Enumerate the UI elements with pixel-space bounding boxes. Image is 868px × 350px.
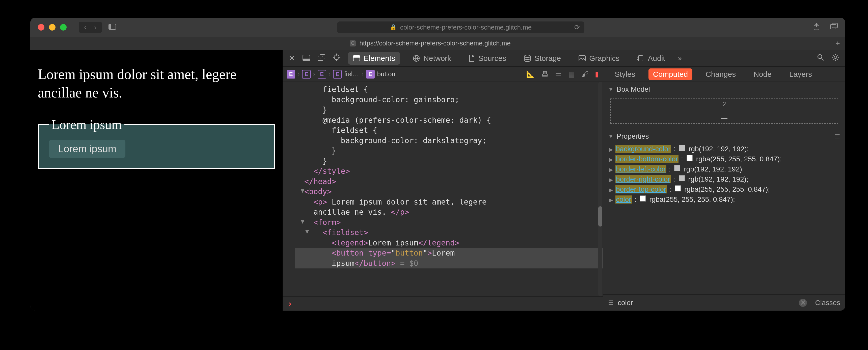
element-badge[interactable]: E — [333, 70, 342, 79]
styles-sidebar: Styles Computed Changes Node Layers ▼ Bo… — [603, 67, 845, 311]
url-host: color-scheme-prefers-color-scheme.glitch… — [400, 24, 532, 31]
tab-audit[interactable]: Audit — [632, 52, 670, 65]
svg-rect-1 — [109, 24, 111, 30]
devtools: ✕ Elements Network — [283, 50, 845, 311]
tab-sources[interactable]: Sources — [464, 52, 511, 65]
dock-bottom-icon[interactable] — [303, 54, 310, 63]
filter-input[interactable] — [618, 299, 795, 307]
color-swatch[interactable] — [675, 185, 681, 192]
browser-tab[interactable]: C https://color-scheme-prefers-color-sch… — [30, 37, 830, 50]
disclosure-triangle-icon: ▶ — [609, 187, 613, 193]
color-swatch[interactable] — [640, 196, 646, 202]
property-name: border-bottom-color — [615, 155, 679, 163]
browser-window: ‹ › 🔒 color-scheme-prefers-color-scheme.… — [30, 18, 845, 311]
ruler-icon[interactable]: 📐 — [526, 70, 535, 78]
filter-menu-icon[interactable]: ☰ — [835, 133, 840, 140]
svg-rect-6 — [303, 59, 310, 61]
target-icon[interactable] — [333, 54, 340, 63]
tab-graphics[interactable]: Graphics — [574, 52, 624, 65]
overflow-icon[interactable]: » — [678, 54, 682, 63]
address-bar[interactable]: 🔒 color-scheme-prefers-color-scheme.glit… — [337, 22, 584, 33]
page-button[interactable]: Lorem ipsum — [49, 140, 125, 158]
lock-icon: 🔒 — [390, 24, 397, 31]
svg-rect-11 — [353, 56, 360, 58]
element-badge[interactable]: E — [287, 70, 295, 79]
back-button[interactable]: ‹ — [80, 22, 90, 32]
property-value: rgb(192, 192, 192); — [684, 165, 744, 173]
page-paragraph: Lorem ipsum dolor sit amet, legere ancil… — [38, 65, 275, 102]
paint-icon[interactable]: 🖌 — [581, 70, 588, 78]
crumb-fieldset[interactable]: fiel… — [344, 70, 359, 78]
share-icon[interactable] — [813, 23, 820, 32]
color-swatch[interactable] — [679, 145, 685, 151]
breadcrumb-row: E › E › E › E fiel… › E button 📐 🖶 — [283, 67, 603, 82]
tab-node[interactable]: Node — [749, 68, 776, 80]
compositing-icon[interactable]: ▮ — [595, 70, 599, 78]
content-split: Lorem ipsum dolor sit amet, legere ancil… — [30, 50, 845, 311]
page-fieldset: Lorem ipsum Lorem ipsum — [38, 117, 275, 169]
console-row[interactable]: › — [283, 296, 603, 311]
tab-changes[interactable]: Changes — [701, 68, 740, 80]
element-badge[interactable]: E — [366, 70, 375, 79]
crumb-button[interactable]: button — [377, 70, 395, 78]
scrollbar-track — [598, 82, 602, 296]
sidebar-toggle-icon[interactable] — [108, 23, 116, 32]
svg-point-13 — [524, 55, 530, 58]
property-row[interactable]: ▶background-color: rgb(192, 192, 192); — [603, 144, 845, 154]
property-row[interactable]: ▶color: rgba(255, 255, 255, 0.847); — [603, 195, 845, 205]
devtools-toolbar: ✕ Elements Network — [283, 50, 845, 67]
property-row[interactable]: ▶border-top-color: rgba(255, 255, 255, 0… — [603, 184, 845, 195]
section-boxmodel[interactable]: ▼ Box Model — [603, 82, 845, 97]
scrollbar-thumb[interactable] — [598, 206, 602, 227]
forward-button[interactable]: › — [90, 22, 100, 32]
sidebar-tabs: Styles Computed Changes Node Layers — [603, 67, 845, 82]
print-icon[interactable]: 🖶 — [541, 70, 549, 78]
disclosure-triangle-icon[interactable]: ▼ — [301, 217, 304, 226]
tab-styles[interactable]: Styles — [610, 68, 640, 80]
property-row[interactable]: ▶border-right-color: rgb(192, 192, 192); — [603, 174, 845, 184]
close-devtools-icon[interactable]: ✕ — [289, 54, 295, 63]
device-icon[interactable]: ▭ — [555, 70, 562, 78]
disclosure-triangle-icon[interactable]: ▼ — [301, 186, 304, 195]
page-form: Lorem ipsum Lorem ipsum — [38, 117, 275, 169]
search-icon[interactable] — [817, 54, 824, 63]
box-model-diagram[interactable]: 2 — — [610, 98, 838, 124]
properties-list: ▶background-color: rgb(192, 192, 192);▶b… — [603, 144, 845, 205]
reload-icon[interactable]: ⟳ — [574, 24, 580, 31]
new-tab-button[interactable]: + — [830, 39, 845, 48]
dom-tree[interactable]: fieldset { background-color: gainsboro; … — [283, 82, 603, 296]
minimize-window-button[interactable] — [49, 24, 56, 31]
filter-row: ☰ ✕ Classes — [603, 294, 845, 311]
zoom-window-button[interactable] — [60, 24, 67, 31]
disclosure-triangle-icon[interactable]: ▼ — [305, 228, 309, 236]
property-row[interactable]: ▶border-bottom-color: rgba(255, 255, 255… — [603, 154, 845, 164]
property-value: rgba(255, 255, 255, 0.847); — [696, 155, 782, 163]
clear-filter-icon[interactable]: ✕ — [799, 299, 807, 307]
close-window-button[interactable] — [38, 24, 44, 31]
color-swatch[interactable] — [679, 175, 685, 181]
tab-layers[interactable]: Layers — [785, 68, 816, 80]
grid-icon[interactable]: ▦ — [568, 70, 575, 78]
dock-popout-icon[interactable] — [318, 54, 325, 63]
tab-label: https://color-scheme-prefers-color-schem… — [359, 39, 511, 47]
tab-elements[interactable]: Elements — [348, 52, 400, 65]
property-row[interactable]: ▶border-left-color: rgb(192, 192, 192); — [603, 164, 845, 174]
color-swatch[interactable] — [687, 155, 693, 161]
section-properties[interactable]: ▼ Properties ☰ — [603, 129, 845, 144]
settings-icon[interactable] — [832, 54, 839, 63]
element-badge[interactable]: E — [302, 70, 311, 79]
filter-icon: ☰ — [608, 299, 614, 306]
tabs-icon[interactable] — [830, 23, 838, 32]
tab-computed[interactable]: Computed — [649, 68, 692, 80]
svg-point-17 — [834, 56, 837, 59]
tab-network[interactable]: Network — [408, 52, 456, 65]
svg-rect-3 — [830, 25, 836, 29]
disclosure-triangle-icon: ▶ — [609, 156, 613, 163]
element-badge[interactable]: E — [318, 70, 326, 79]
disclosure-triangle-icon: ▼ — [608, 133, 614, 140]
disclosure-triangle-icon: ▶ — [609, 167, 613, 173]
classes-button[interactable]: Classes — [815, 299, 840, 307]
tab-storage[interactable]: Storage — [519, 52, 566, 65]
svg-rect-14 — [579, 56, 585, 61]
color-swatch[interactable] — [674, 165, 680, 171]
